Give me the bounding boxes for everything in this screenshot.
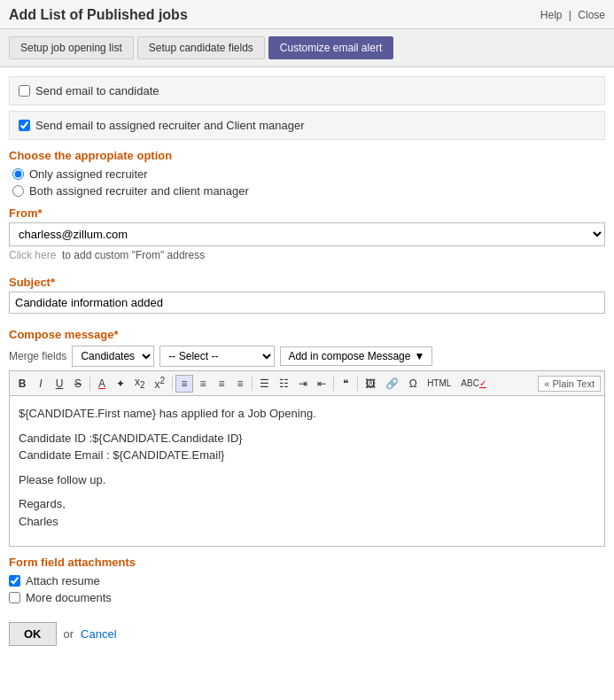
spellcheck-button[interactable]: ABC✓	[456, 376, 491, 391]
or-text: or	[64, 627, 74, 641]
compose-line-2: Candidate ID :${CANDIDATE.Candidate ID}C…	[19, 430, 595, 464]
tab-customize-email[interactable]: Customize email alert	[268, 36, 393, 59]
underline-button[interactable]: U	[51, 375, 68, 393]
italic-button[interactable]: I	[32, 375, 50, 393]
add-in-compose-button[interactable]: Add in compose Message ▼	[280, 346, 432, 366]
plain-text-button[interactable]: « Plain Text	[538, 376, 601, 392]
page-title: Add List of Published jobs	[9, 7, 188, 23]
radio-both-assigned-input[interactable]	[12, 185, 24, 197]
highlight-button[interactable]: ✦	[112, 375, 129, 393]
radio-only-recruiter-input[interactable]	[12, 168, 24, 180]
attachments-title: Form field attachments	[9, 556, 605, 569]
attach-resume-label: Attach resume	[26, 574, 100, 587]
select-merge-field[interactable]: -- Select --	[159, 346, 275, 367]
ok-button[interactable]: OK	[9, 622, 57, 646]
send-recruiter-label: Send email to assigned recruiter and Cli…	[35, 119, 305, 132]
cancel-link[interactable]: Cancel	[81, 627, 116, 641]
image-button[interactable]: 🖼	[361, 375, 380, 393]
main-content: Send email to candidate Send email to as…	[0, 67, 614, 664]
bold-button[interactable]: B	[13, 375, 31, 393]
tab-setup-candidate[interactable]: Setup candidate fields	[137, 36, 265, 59]
close-link[interactable]: Close	[578, 9, 605, 21]
compose-label: Compose message*	[9, 328, 605, 341]
compose-line-1: ${CANDIDATE.First name} has applied for …	[19, 405, 595, 423]
header-links: Help | Close	[540, 9, 605, 21]
subject-label: Subject*	[9, 276, 605, 289]
send-recruiter-row: Send email to assigned recruiter and Cli…	[9, 111, 605, 140]
merge-fields-select[interactable]: Candidates	[72, 346, 154, 367]
choose-option-title: Choose the appropiate option	[9, 149, 605, 162]
footer-buttons: OK or Cancel	[9, 622, 605, 655]
more-documents-row: More documents	[9, 591, 605, 604]
click-here-suffix: to add custom "From" address	[62, 249, 205, 261]
toolbar-sep-4	[333, 377, 334, 391]
send-candidate-label: Send email to candidate	[35, 84, 159, 97]
send-candidate-checkbox[interactable]	[19, 85, 30, 97]
subject-input[interactable]	[9, 292, 605, 314]
merge-row: Merge fields Candidates -- Select -- Add…	[9, 346, 605, 367]
tab-setup-job[interactable]: Setup job opening list	[9, 36, 134, 59]
align-justify-button[interactable]: ≡	[231, 375, 249, 393]
indent-button[interactable]: ⇥	[294, 375, 312, 393]
link-button[interactable]: 🔗	[381, 375, 403, 393]
radio-both-assigned: Both assigned recruiter and client manag…	[12, 184, 605, 198]
compose-message-area[interactable]: ${CANDIDATE.First name} has applied for …	[9, 395, 605, 547]
help-link[interactable]: Help	[540, 9, 563, 21]
html-source-button[interactable]: HTML	[423, 376, 455, 391]
page-header: Add List of Published jobs Help | Close	[0, 0, 614, 29]
blockquote-button[interactable]: ❝	[337, 375, 354, 393]
more-documents-label: More documents	[26, 591, 112, 604]
from-label: From*	[9, 206, 605, 220]
send-candidate-row: Send email to candidate	[9, 76, 605, 105]
unordered-list-button[interactable]: ☰	[255, 375, 274, 393]
radio-both-assigned-label: Both assigned recruiter and client manag…	[29, 184, 249, 198]
align-right-button[interactable]: ≡	[213, 375, 230, 393]
merge-fields-label: Merge fields	[9, 350, 66, 362]
click-here-link[interactable]: Click here	[9, 249, 56, 261]
attach-resume-checkbox[interactable]	[9, 575, 20, 587]
ordered-list-button[interactable]: ☷	[275, 375, 293, 393]
compose-line-4: Regards,Charles	[19, 495, 595, 530]
from-select[interactable]: charless@zillum.com	[9, 222, 605, 246]
compose-toolbar: B I U S A ✦ x2 x2 ≡ ≡ ≡ ≡ ☰ ☷ ⇥ ⇤ ❝	[9, 370, 605, 395]
tabs-bar: Setup job opening list Setup candidate f…	[0, 29, 614, 67]
superscript-button[interactable]: x2	[151, 373, 170, 393]
strikethrough-button[interactable]: S	[69, 375, 87, 393]
more-documents-checkbox[interactable]	[9, 592, 20, 603]
compose-line-3: Please follow up.	[19, 471, 595, 489]
send-recruiter-checkbox[interactable]	[19, 120, 30, 131]
attachments-section: Form field attachments Attach resume Mor…	[9, 556, 605, 604]
font-color-button[interactable]: A	[93, 375, 111, 393]
radio-only-recruiter: Only assigned recruiter	[12, 167, 605, 181]
attach-resume-row: Attach resume	[9, 574, 605, 587]
special-char-button[interactable]: Ω	[404, 375, 422, 393]
align-center-button[interactable]: ≡	[194, 375, 212, 393]
toolbar-sep-5	[357, 377, 358, 391]
radio-only-recruiter-label: Only assigned recruiter	[29, 167, 148, 181]
radio-group: Only assigned recruiter Both assigned re…	[12, 167, 605, 198]
align-left-button[interactable]: ≡	[175, 375, 193, 393]
toolbar-sep-3	[252, 377, 253, 391]
toolbar-sep-1	[89, 377, 90, 391]
subscript-button[interactable]: x2	[130, 373, 150, 393]
outdent-button[interactable]: ⇤	[313, 375, 330, 393]
toolbar-sep-2	[172, 377, 173, 391]
